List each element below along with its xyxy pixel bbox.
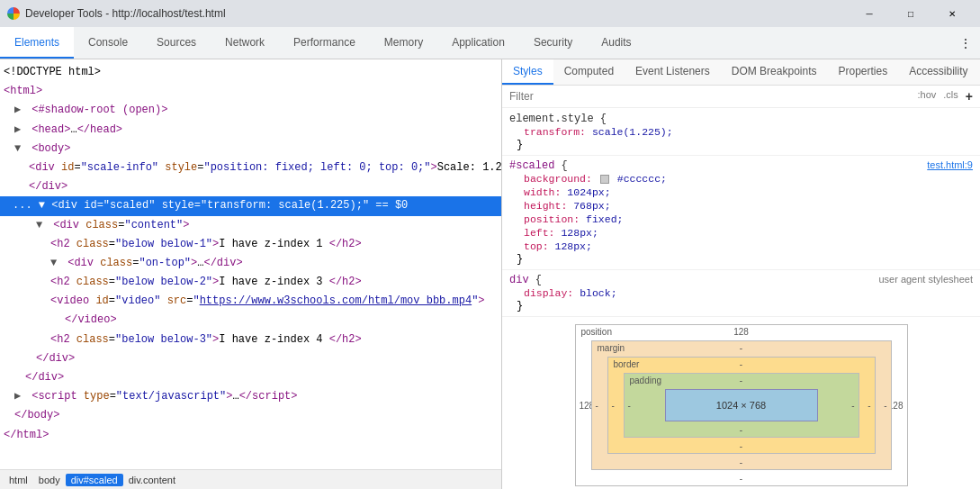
css-prop-display[interactable]: display: block; — [509, 286, 973, 300]
add-rule-button[interactable]: + — [966, 89, 973, 104]
css-selector-div-header: div { user agent stylesheet — [509, 274, 973, 286]
bm-content-size: 1024 × 768 — [716, 400, 766, 411]
css-close-brace-2: } — [509, 253, 973, 266]
dom-line-scale-info[interactable]: <div id="scale-info" style="position: fi… — [0, 158, 501, 177]
bm-margin-right: - — [884, 401, 886, 411]
tab-dom-breakpoints[interactable]: DOM Breakpoints — [721, 59, 828, 85]
dom-line-html[interactable]: <html> — [0, 82, 501, 101]
breadcrumb: html body div#scaled div.content — [0, 469, 501, 489]
dom-panel: <!DOCTYPE html> <html> ▶ <#shadow-root (… — [0, 59, 502, 489]
dom-tree: <!DOCTYPE html> <html> ▶ <#shadow-root (… — [0, 59, 501, 469]
tab-event-listeners[interactable]: Event Listeners — [625, 59, 721, 85]
css-selector-scaled-header: #scaled { test.html:9 — [509, 159, 973, 172]
bm-margin-bottom: - — [740, 457, 742, 467]
css-selector-element: element.style { — [509, 112, 973, 125]
dom-line-body[interactable]: ▼ <body> — [0, 140, 501, 158]
tab-styles[interactable]: Styles — [502, 59, 553, 85]
css-prop-width[interactable]: width: 1024px; — [509, 186, 973, 199]
tab-console[interactable]: Console — [74, 27, 142, 59]
css-source-agent: user agent stylesheet — [878, 274, 973, 286]
tab-performance[interactable]: Performance — [279, 27, 370, 59]
filter-actions: :hov .cls + — [918, 89, 973, 104]
tab-accessibility[interactable]: Accessibility — [898, 59, 978, 85]
more-tabs-button[interactable]: ⋮ — [951, 27, 980, 59]
close-button[interactable]: ✕ — [931, 0, 973, 27]
title-bar: Developer Tools - http://localhost/test.… — [0, 0, 980, 27]
bm-padding-left: - — [628, 401, 631, 411]
css-prop-height[interactable]: height: 768px; — [509, 199, 973, 213]
maximize-button[interactable]: □ — [890, 0, 931, 27]
bm-padding-top: - — [740, 376, 742, 385]
bm-margin-top: - — [740, 343, 742, 353]
window-controls: ─ □ ✕ — [849, 0, 973, 27]
bm-position-top: 128 — [733, 327, 749, 337]
dom-line-script[interactable]: ▶ <script type="text/javascript">…</scri… — [0, 387, 501, 406]
window-title: Developer Tools - http://localhost/test.… — [25, 7, 849, 20]
dom-line-content-div[interactable]: ▼ <div class="content"> — [0, 216, 501, 235]
css-close-brace-1: } — [509, 139, 973, 151]
dom-line-div-close1[interactable]: </div> — [0, 177, 501, 196]
box-model-diagram: position 128 - 128 128 margin - - - - — [502, 317, 980, 489]
styles-panel: Styles Computed Event Listeners DOM Brea… — [502, 59, 980, 489]
bm-border-left: - — [612, 401, 615, 411]
css-prop-left[interactable]: left: 128px; — [509, 226, 973, 240]
styles-content: element.style { transform: scale(1.225);… — [502, 108, 980, 489]
dom-line-video[interactable]: <video id="video" src="https://www.w3sch… — [0, 292, 501, 311]
bm-margin-left: - — [596, 401, 598, 411]
bm-padding-bottom: - — [740, 425, 742, 435]
bm-padding-right: - — [851, 401, 854, 411]
color-swatch-background[interactable] — [600, 175, 609, 184]
dom-line-video-close[interactable]: </video> — [0, 311, 501, 330]
bm-border-top: - — [740, 359, 742, 369]
main-content: <!DOCTYPE html> <html> ▶ <#shadow-root (… — [0, 59, 980, 489]
tab-elements[interactable]: Elements — [0, 27, 74, 59]
bm-margin-label: margin — [598, 343, 625, 353]
bm-position-bottom: - — [740, 474, 742, 484]
dom-line-h2-2[interactable]: <h2 class="below below-2">I have z-index… — [0, 273, 501, 292]
css-rule-scaled: #scaled { test.html:9 background: #ccccc… — [502, 156, 980, 270]
tab-application[interactable]: Application — [437, 27, 519, 59]
dom-line-on-top[interactable]: ▼ <div class="on-top">…</div> — [0, 254, 501, 273]
tab-computed[interactable]: Computed — [553, 59, 625, 85]
css-prop-background[interactable]: background: #cccccc; — [509, 172, 973, 186]
dom-line-html-close[interactable]: </html> — [0, 426, 501, 445]
chrome-icon — [7, 7, 20, 20]
css-rule-element-style: element.style { transform: scale(1.225);… — [502, 108, 980, 156]
dom-line-head[interactable]: ▶ <head>…</head> — [0, 121, 501, 140]
hov-button[interactable]: :hov — [918, 89, 937, 104]
cls-button[interactable]: .cls — [943, 89, 958, 104]
dom-line-doctype[interactable]: <!DOCTYPE html> — [0, 63, 501, 82]
bm-border-bottom: - — [740, 441, 742, 451]
dom-line-h2-1[interactable]: <h2 class="below below-1">I have z-index… — [0, 235, 501, 254]
tab-security[interactable]: Security — [519, 27, 587, 59]
dom-line-div-close2[interactable]: </div> — [0, 349, 501, 368]
tab-sources[interactable]: Sources — [142, 27, 211, 59]
css-prop-transform[interactable]: transform: scale(1.225); — [509, 125, 973, 139]
breadcrumb-body[interactable]: body — [33, 474, 66, 486]
tab-audits[interactable]: Audits — [587, 27, 645, 59]
css-prop-position[interactable]: position: fixed; — [509, 213, 973, 226]
filter-input[interactable] — [509, 90, 918, 103]
bm-padding-label: padding — [630, 376, 662, 385]
css-source-link[interactable]: test.html:9 — [927, 159, 973, 172]
css-rule-div: div { user agent stylesheet display: blo… — [502, 270, 980, 317]
tab-properties[interactable]: Properties — [827, 59, 898, 85]
filter-bar: :hov .cls + — [502, 86, 980, 108]
dom-line-shadow-root[interactable]: ▶ <#shadow-root (open)> — [0, 101, 501, 120]
bm-border-right: - — [868, 401, 870, 411]
tab-memory[interactable]: Memory — [370, 27, 437, 59]
breadcrumb-html[interactable]: html — [4, 474, 33, 486]
minimize-button[interactable]: ─ — [849, 0, 890, 27]
dom-line-body-close[interactable]: </body> — [0, 406, 501, 425]
dom-line-scaled[interactable]: ... ▼ <div id="scaled" style="transform:… — [0, 196, 501, 215]
dom-line-h2-3[interactable]: <h2 class="below below-3">I have z-index… — [0, 331, 501, 349]
main-tab-bar: Elements Console Sources Network Perform… — [0, 27, 980, 59]
css-prop-top[interactable]: top: 128px; — [509, 240, 973, 253]
styles-tab-bar: Styles Computed Event Listeners DOM Brea… — [502, 59, 980, 86]
dom-line-div-close3[interactable]: </div> — [0, 368, 501, 387]
css-close-brace-3: } — [509, 300, 973, 312]
breadcrumb-content[interactable]: div.content — [123, 474, 181, 486]
tab-network[interactable]: Network — [211, 27, 279, 59]
breadcrumb-scaled[interactable]: div#scaled — [66, 474, 123, 486]
bm-content: 1024 × 768 — [665, 389, 818, 421]
